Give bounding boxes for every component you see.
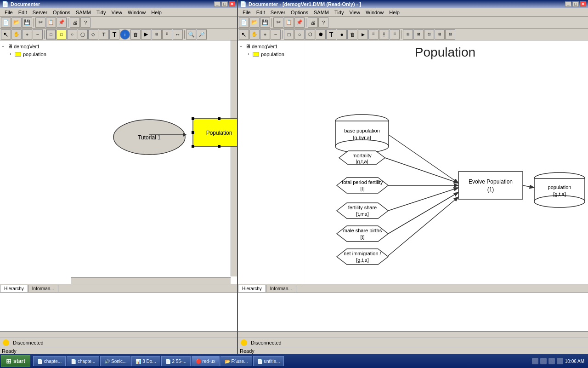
population-output-node[interactable]: population [g,t,a] bbox=[534, 172, 585, 207]
tree-child[interactable]: + population bbox=[2, 51, 69, 58]
menu-edit[interactable]: Edit bbox=[16, 9, 30, 16]
right-align5-btn[interactable]: ⊟ bbox=[445, 29, 455, 40]
expand-icon[interactable]: + bbox=[9, 52, 14, 57]
right-minus-btn[interactable]: − bbox=[271, 29, 281, 40]
right-menu-file[interactable]: File bbox=[240, 9, 254, 16]
menu-samm[interactable]: SAMM bbox=[73, 9, 94, 16]
right-menu-help[interactable]: Help bbox=[386, 9, 402, 16]
right-oval-btn[interactable]: ○ bbox=[294, 29, 305, 40]
right-menu-view[interactable]: View bbox=[346, 9, 363, 16]
menu-help[interactable]: Help bbox=[148, 9, 164, 16]
right-align3-btn[interactable]: ⊡ bbox=[424, 29, 434, 40]
population-shape[interactable]: Population bbox=[191, 116, 237, 151]
menu-view[interactable]: View bbox=[108, 9, 125, 16]
right-collapse-icon[interactable]: − bbox=[240, 44, 244, 49]
right-new-btn[interactable]: 📄 bbox=[239, 17, 249, 28]
right-minimize-button[interactable]: _ bbox=[565, 1, 571, 7]
right-grid-btn[interactable]: ⠿ bbox=[368, 29, 379, 40]
right-menu-window[interactable]: Window bbox=[363, 9, 386, 16]
new-btn[interactable]: 📄 bbox=[1, 17, 11, 28]
right-close-button[interactable]: ✕ bbox=[580, 1, 586, 7]
zoom-in-btn[interactable]: 🔍 bbox=[186, 29, 196, 40]
right-hex-btn[interactable]: ⬡ bbox=[305, 29, 315, 40]
hand-btn[interactable]: ✋ bbox=[11, 29, 22, 40]
taskbar-item-255[interactable]: 📄 2 55-... bbox=[161, 356, 191, 366]
grid-btn[interactable]: ⊞ bbox=[152, 29, 162, 40]
right-rect-btn[interactable]: □ bbox=[284, 29, 294, 40]
maximize-button[interactable]: □ bbox=[221, 1, 228, 7]
right-pointer-btn[interactable]: ↖ bbox=[239, 29, 249, 40]
minimize-button[interactable]: _ bbox=[214, 1, 220, 7]
right-menu-server[interactable]: Server bbox=[268, 9, 288, 16]
vertical-scrollbar[interactable] bbox=[231, 40, 237, 276]
right-maximize-button[interactable]: □ bbox=[572, 1, 579, 7]
taskbar-item-chapte2[interactable]: 📄 chapte... bbox=[67, 356, 99, 366]
run-btn[interactable]: ▶ bbox=[141, 29, 151, 40]
base-population-node[interactable]: base population [g,byr,a] bbox=[335, 115, 389, 153]
right-dots2-btn[interactable]: ⠿ bbox=[390, 29, 400, 40]
right-run-btn[interactable]: ▶ bbox=[358, 29, 368, 40]
right-dots-btn[interactable]: ⣿ bbox=[379, 29, 389, 40]
tab-informan-left[interactable]: Informan... bbox=[28, 285, 58, 292]
right-hand-btn[interactable]: ✋ bbox=[249, 29, 260, 40]
male-share-births-node[interactable]: male share births [t] bbox=[337, 226, 388, 242]
total-period-fertility-node[interactable]: total period fertility [t] bbox=[337, 178, 388, 193]
menu-options[interactable]: Options bbox=[50, 9, 73, 16]
right-menu-edit[interactable]: Edit bbox=[254, 9, 268, 16]
right-save-btn[interactable]: 💾 bbox=[260, 17, 270, 28]
tab-informan-right[interactable]: Informan... bbox=[266, 285, 296, 292]
collapse-icon[interactable]: − bbox=[2, 44, 6, 49]
minus-btn[interactable]: − bbox=[33, 29, 43, 40]
taskbar-item-chapte1[interactable]: 📄 chapte... bbox=[33, 356, 66, 366]
taskbar-item-3do[interactable]: 📊 3 Do... bbox=[131, 356, 160, 366]
mortality-node[interactable]: mortality [g,t,a] bbox=[339, 151, 385, 165]
info-btn[interactable]: i bbox=[120, 29, 130, 40]
net-immigration-node[interactable]: net immigration / [g,t,a] bbox=[337, 249, 388, 264]
right-cut-btn[interactable]: ✂ bbox=[273, 17, 283, 28]
right-cyl-btn[interactable]: ⬟ bbox=[316, 29, 326, 40]
right-hscroll[interactable] bbox=[238, 331, 588, 338]
evolve-population-node[interactable]: Evolve Population (1) bbox=[458, 172, 523, 199]
right-align2-btn[interactable]: ⊠ bbox=[413, 29, 424, 40]
menu-window[interactable]: Window bbox=[125, 9, 148, 16]
start-button[interactable]: ⊞ start bbox=[1, 355, 30, 367]
diamond-btn[interactable]: ◇ bbox=[88, 29, 98, 40]
close-button[interactable]: ✕ bbox=[229, 1, 235, 7]
copy-btn[interactable]: 📋 bbox=[46, 17, 56, 28]
oval2-btn[interactable]: ◯ bbox=[78, 29, 88, 40]
right-help-btn[interactable]: ? bbox=[318, 17, 328, 28]
taskbar-item-untitle[interactable]: 📄 untitle... bbox=[253, 356, 284, 366]
right-align1-btn[interactable]: ⊟ bbox=[403, 29, 413, 40]
taskbar-item-redux[interactable]: 🔴 red-ux bbox=[192, 356, 220, 366]
right-tree-child[interactable]: + population bbox=[240, 51, 300, 58]
tab-hierarchy-left[interactable]: Hierarchy bbox=[0, 285, 28, 292]
zoom-out-btn[interactable]: 🔎 bbox=[197, 29, 207, 40]
right-text-btn[interactable]: T bbox=[326, 29, 336, 40]
right-copy-btn[interactable]: 📋 bbox=[284, 17, 294, 28]
print-btn[interactable]: 🖨 bbox=[70, 17, 80, 28]
oval-btn[interactable]: ○ bbox=[67, 29, 77, 40]
fertility-share-node[interactable]: fertility share [t,ma] bbox=[337, 203, 388, 218]
rect2-btn[interactable]: □ bbox=[57, 29, 67, 40]
menu-file[interactable]: File bbox=[2, 9, 16, 16]
help-btn[interactable]: ? bbox=[80, 17, 90, 28]
plus-btn[interactable]: + bbox=[22, 29, 32, 40]
right-menu-samm[interactable]: SAMM bbox=[311, 9, 332, 16]
arr-btn[interactable]: ↔ bbox=[173, 29, 183, 40]
right-menu-options[interactable]: Options bbox=[288, 9, 311, 16]
menu-tidy[interactable]: Tidy bbox=[94, 9, 108, 16]
right-paste-btn[interactable]: 📌 bbox=[294, 17, 305, 28]
open-btn[interactable]: 📂 bbox=[11, 17, 22, 28]
paste-btn[interactable]: 📌 bbox=[57, 17, 67, 28]
horizontal-scrollbar[interactable] bbox=[71, 277, 231, 284]
tree-root[interactable]: − 🖥 demogVer1 bbox=[2, 42, 69, 51]
right-plus-btn[interactable]: + bbox=[260, 29, 270, 40]
right-tree-root[interactable]: − 🖥 demogVer1 bbox=[240, 42, 300, 51]
pointer-btn[interactable]: ↖ bbox=[1, 29, 11, 40]
right-align4-btn[interactable]: ⊞ bbox=[435, 29, 445, 40]
menu-server[interactable]: Server bbox=[30, 9, 50, 16]
left-hscroll[interactable] bbox=[0, 331, 237, 338]
right-delete-btn[interactable]: 🗑 bbox=[347, 29, 357, 40]
delete-btn[interactable]: 🗑 bbox=[130, 29, 141, 40]
taskbar-item-fuse[interactable]: 📂 F:\use... bbox=[220, 356, 252, 366]
